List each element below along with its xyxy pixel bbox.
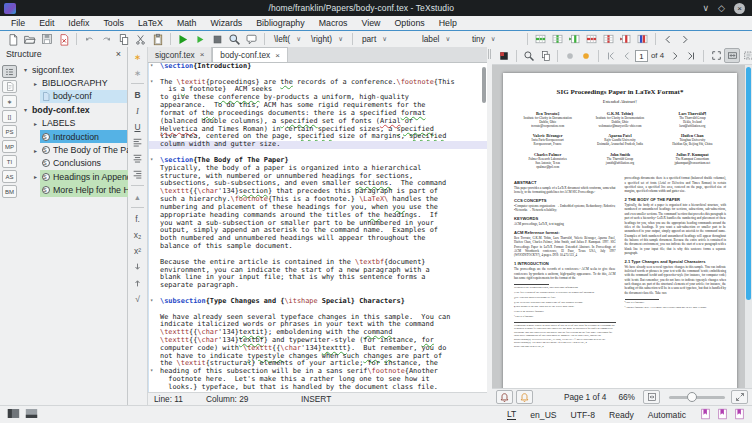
menu-view[interactable]: View bbox=[355, 17, 388, 29]
fold-marker-icon[interactable]: ▾ bbox=[150, 78, 153, 86]
superscript-button[interactable]: x² bbox=[130, 244, 145, 257]
font-size-combo[interactable]: tiny∨ bbox=[467, 32, 523, 46]
structure-item-introduction[interactable]: SIntroduction bbox=[19, 130, 127, 143]
align-right-button[interactable] bbox=[130, 168, 145, 181]
paste-button[interactable] bbox=[149, 32, 166, 47]
sidepanel-tab-bookmarks[interactable] bbox=[2, 80, 17, 93]
insert-symbol-button[interactable]: ∗ bbox=[130, 66, 145, 79]
pdf-find-button[interactable] bbox=[521, 48, 537, 63]
view-find-button[interactable] bbox=[226, 32, 243, 47]
fit-text-button[interactable] bbox=[740, 48, 752, 63]
structure-item-more-help-for-the-hardy[interactable]: SMore Help for the Hardy bbox=[19, 184, 127, 197]
toggle-sidepanel-button[interactable] bbox=[7, 408, 20, 421]
fit-page-button[interactable] bbox=[708, 48, 724, 63]
redo-button[interactable] bbox=[98, 32, 115, 47]
copy-button[interactable] bbox=[115, 32, 132, 47]
close-button[interactable]: × bbox=[734, 3, 745, 14]
subscript-button[interactable]: x₂ bbox=[130, 228, 145, 241]
menu-macros[interactable]: Macros bbox=[312, 17, 355, 29]
underline-button[interactable]: U bbox=[130, 120, 145, 133]
fold-marker-icon[interactable]: ▾ bbox=[150, 367, 153, 375]
line-ending-selector[interactable]: Automatic bbox=[648, 410, 686, 420]
table-cut-column-button[interactable] bbox=[617, 32, 634, 47]
first-page-button[interactable] bbox=[603, 48, 619, 63]
tree-expander-icon[interactable]: ▾ bbox=[21, 106, 30, 113]
align-left-button[interactable] bbox=[130, 136, 145, 149]
log-viewer-button[interactable] bbox=[243, 32, 260, 47]
square-root-button[interactable]: √ bbox=[130, 292, 145, 305]
encoding-selector[interactable]: UTF-8 bbox=[571, 410, 595, 420]
tree-expander-icon[interactable]: ▾ bbox=[21, 66, 30, 73]
right-delimiter-combo[interactable]: \right)∨ bbox=[306, 32, 348, 46]
structure-item-labels[interactable]: ▸LABELS bbox=[19, 117, 127, 130]
pdf-zoom-fit-button[interactable] bbox=[643, 390, 660, 404]
new-from-template-button[interactable]: ∗ bbox=[130, 50, 145, 63]
pdf-scrollbar[interactable] bbox=[745, 65, 752, 388]
new-document-button[interactable] bbox=[4, 32, 21, 47]
bookmark-flag-icon-1[interactable] bbox=[700, 408, 711, 422]
reference-combo[interactable]: label∨ bbox=[417, 32, 467, 46]
fold-marker-icon[interactable]: ▾ bbox=[150, 63, 153, 70]
editor-line[interactable]: balance of this sample document. bbox=[149, 243, 487, 251]
editor-scrollbar[interactable] bbox=[482, 67, 486, 103]
go-next-button[interactable] bbox=[677, 32, 694, 47]
structure-item-body-conf-tex[interactable]: ▾body-conf.tex bbox=[19, 103, 127, 116]
bold-button[interactable]: B bbox=[130, 88, 145, 101]
menu-options[interactable]: Options bbox=[387, 17, 431, 29]
align-center-button[interactable] bbox=[130, 152, 145, 165]
pdf-zoom-slider-knob[interactable] bbox=[687, 392, 697, 402]
editor-tab-sigconf-tex[interactable]: sigconf.tex× bbox=[148, 47, 212, 62]
structure-item-headings-in-appendices[interactable]: ▸SHeadings in Appendices bbox=[19, 170, 127, 183]
triangle-up-button[interactable]: ▴ bbox=[130, 190, 145, 203]
sidepanel-tab-metapost[interactable]: MP bbox=[2, 140, 17, 153]
table-align-column-button[interactable] bbox=[634, 32, 651, 47]
sidepanel-tab-brackets[interactable]: [] bbox=[2, 110, 17, 123]
left-delimiter-combo[interactable]: \left(∨ bbox=[269, 32, 306, 46]
pdf-page-input[interactable]: 1 bbox=[635, 50, 648, 62]
menu-bibliography[interactable]: Bibliography bbox=[249, 17, 311, 29]
bookmark-flag-icon-2[interactable] bbox=[717, 408, 728, 422]
maximize-button[interactable]: ◇ bbox=[718, 4, 725, 13]
cut-button[interactable] bbox=[132, 32, 149, 47]
menu-math[interactable]: Math bbox=[170, 17, 204, 29]
tab-close-icon[interactable]: × bbox=[275, 51, 280, 60]
last-page-button[interactable] bbox=[683, 48, 699, 63]
fold-marker-icon[interactable]: ▾ bbox=[150, 297, 153, 305]
sidepanel-tab-structure[interactable] bbox=[2, 65, 17, 78]
minimize-button[interactable]: ∨ bbox=[702, 4, 709, 13]
pdf-warning-bell-button[interactable] bbox=[516, 390, 533, 404]
fraction-button[interactable]: f. bbox=[130, 212, 145, 225]
sidepanel-tab-beamer[interactable]: BM bbox=[2, 185, 17, 198]
sidepanel-tab-asymptote[interactable]: AS bbox=[2, 170, 17, 183]
structure-item-bibliography[interactable]: ▸BIBLIOGRAPHY bbox=[19, 76, 127, 89]
fold-marker-icon[interactable]: ▾ bbox=[150, 156, 153, 164]
structure-close-icon[interactable]: × bbox=[116, 49, 121, 59]
bookmark-flag-icon-3[interactable] bbox=[734, 408, 745, 422]
menu-help[interactable]: Help bbox=[432, 17, 464, 29]
pdf-error-bell-button[interactable] bbox=[496, 390, 513, 404]
structure-item-conclusions[interactable]: SConclusions bbox=[19, 157, 127, 170]
menu-file[interactable]: File bbox=[4, 17, 32, 29]
stop-button[interactable] bbox=[209, 32, 226, 47]
structure-item-body-conf[interactable]: body-conf bbox=[19, 90, 127, 103]
menu-wizards[interactable]: Wizards bbox=[203, 17, 249, 29]
open-folder-button[interactable] bbox=[21, 32, 38, 47]
tree-expander-icon[interactable]: ▸ bbox=[31, 173, 40, 180]
pdf-fullscreen-button[interactable] bbox=[731, 390, 748, 404]
structure-item-the-body-of-the-paper[interactable]: ▸SThe Body of The Paper bbox=[19, 143, 127, 156]
undo-button[interactable] bbox=[81, 32, 98, 47]
sync-source-button[interactable] bbox=[562, 48, 578, 63]
arrow-up-button[interactable] bbox=[130, 276, 145, 289]
pdf-copy-button[interactable] bbox=[537, 48, 553, 63]
build-view-button[interactable] bbox=[175, 32, 192, 47]
pdf-view[interactable]: SIG Proceedings Paper in LaTeX Format* E… bbox=[492, 65, 752, 388]
pdf-zoom-slider[interactable] bbox=[669, 396, 725, 399]
editor-line[interactable]: ▾\subsection{Type Changes and {\itshape … bbox=[149, 298, 487, 306]
editor-tab-body-conf-tex[interactable]: body-conf.tex× bbox=[212, 47, 287, 62]
save-button[interactable] bbox=[38, 32, 55, 47]
table-add-row-button[interactable] bbox=[532, 32, 549, 47]
menu-latex[interactable]: LaTeX bbox=[131, 17, 170, 29]
sidepanel-tab-pstricks[interactable]: PS bbox=[2, 125, 17, 138]
go-previous-button[interactable] bbox=[660, 32, 677, 47]
editor-line[interactable]: column width and gutter size. bbox=[149, 141, 487, 149]
